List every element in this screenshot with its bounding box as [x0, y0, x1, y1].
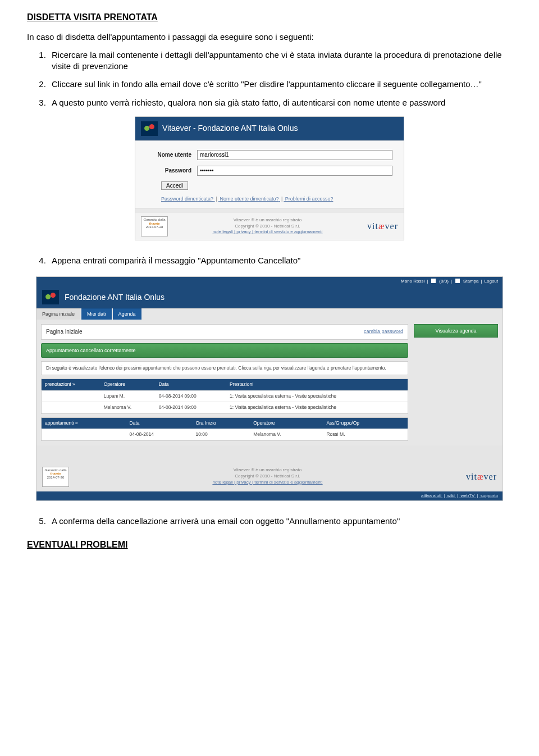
login-submit-button[interactable]: Accedi	[161, 181, 188, 190]
th-operatore2: Operatore	[250, 417, 323, 429]
description-text: Di seguito è visualizzato l'elenco dei p…	[41, 361, 408, 375]
username-input[interactable]	[197, 150, 392, 160]
legal-links[interactable]: note legali | privacy | termini di servi…	[69, 480, 466, 486]
webtv-link[interactable]: webTV	[460, 493, 474, 498]
table-row[interactable]: Melanoma V. 04-08-2014 09:00 1: Visita s…	[42, 402, 408, 413]
table-row[interactable]: Lupani M. 04-08-2014 09:00 1: Visita spe…	[42, 390, 408, 402]
tab-home[interactable]: Pagina iniziale	[36, 308, 80, 320]
login-header-title: Vitaever - Fondazione ANT Italia Onlus	[162, 123, 298, 134]
login-form: Nome utente Password Accedi Password dim…	[135, 140, 404, 208]
intro-paragraph: In caso di disdetta dell'appuntamento i …	[27, 31, 512, 43]
section-title-disdetta: DISDETTA VISITA PRENOTATA	[27, 11, 512, 24]
visualizza-agenda-button[interactable]: Visualizza agenda	[414, 324, 498, 338]
tab-miei-dati[interactable]: Miei dati	[81, 308, 112, 320]
dash-footer-text: Vitaever ® è un marchio registrato Copyr…	[69, 467, 466, 485]
attiva-aiuti-link[interactable]: attiva aiuti	[421, 493, 441, 498]
steps-list-cont: Appena entrati comparirà il messaggio "A…	[27, 255, 512, 266]
login-header: Vitaever - Fondazione ANT Italia Onlus	[135, 117, 404, 140]
login-help-links: Password dimenticata? | Nome utente dime…	[147, 195, 392, 202]
ant-logo-icon	[141, 121, 158, 136]
th-data: Data	[156, 379, 226, 390]
login-screenshot: Vitaever - Fondazione ANT Italia Onlus N…	[135, 116, 404, 240]
forgot-username-link[interactable]: Nome utente dimenticato?	[220, 196, 278, 202]
th-ass: Ass/Gruppo/Op	[323, 417, 408, 429]
th-data2: Data	[126, 417, 193, 429]
steps-list-cont2: A conferma della cancellazione arriverà …	[27, 516, 512, 527]
thawte-badge-icon: Garantito dalla thawte 2014-07-28	[141, 216, 168, 236]
th-prenotazioni: prenotazioni »	[42, 379, 101, 390]
supporto-link[interactable]: supporto	[481, 493, 498, 498]
page-title: Pagina iniziale	[46, 328, 83, 336]
step-3: A questo punto verrà richiesto, qualora …	[48, 97, 512, 108]
alert-cancelled: Appuntamento cancellato correttamente	[41, 343, 408, 358]
dashboard-screenshot: Mario Rossi | (0/0) | Stampa | Logout Fo…	[36, 276, 503, 501]
dash-header-title: Fondazione ANT Italia Onlus	[65, 292, 165, 303]
th-ora: Ora Inizio	[192, 417, 250, 429]
login-footer-text: Vitaever ® è un marchio registrato Copyr…	[168, 217, 367, 235]
ant-logo-icon	[42, 290, 59, 304]
step-5: A conferma della cancellazione arriverà …	[48, 516, 512, 527]
step-1: Ricercare la mail contenente i dettagli …	[48, 49, 512, 72]
thawte-badge-icon: Garantito dalla thawte 2014-07-30	[42, 467, 69, 487]
logout-link[interactable]: Logout	[485, 279, 498, 285]
user-name: Mario Rossi	[401, 279, 424, 285]
login-footer: Garantito dalla thawte 2014-07-28 Vitaev…	[135, 213, 404, 240]
vitaever-logo-icon: vitæver	[367, 220, 398, 233]
print-link[interactable]: Stampa	[463, 279, 479, 285]
forgot-password-link[interactable]: Password dimenticata?	[161, 196, 213, 202]
top-user-bar: Mario Rossi | (0/0) | Stampa | Logout	[36, 277, 503, 286]
prenotazioni-table: prenotazioni » Operatore Data Prestazion…	[41, 379, 408, 413]
print-icon[interactable]	[455, 279, 460, 283]
steps-list: Ricercare la mail contenente i dettagli …	[27, 49, 512, 108]
bottom-help-strip: attiva aiuti | wiki | webTV | supporto	[36, 491, 503, 501]
tab-agenda[interactable]: Agenda	[113, 308, 141, 320]
th-prestazioni: Prestazioni	[226, 379, 408, 390]
mail-icon[interactable]	[431, 279, 436, 283]
nav-tabs: Pagina iniziale Miei dati Agenda	[36, 308, 503, 320]
access-problems-link[interactable]: Problemi di accesso?	[285, 196, 334, 202]
table-row[interactable]: 04-08-2014 10:00 Melanoma V. Rossi M.	[42, 429, 408, 440]
wiki-link[interactable]: wiki	[447, 493, 455, 498]
step-4: Appena entrati comparirà il messaggio "A…	[48, 255, 512, 266]
appuntamenti-table: appuntamenti » Data Ora Inizio Operatore…	[41, 417, 408, 441]
section-title-problemi: EVENTUALI PROBLEMI	[27, 539, 512, 551]
mail-count: (0/0)	[439, 279, 448, 285]
dash-footer: Garantito dalla thawte 2014-07-30 Vitaev…	[36, 462, 503, 491]
vitaever-logo-icon: vitæver	[466, 471, 497, 483]
password-input[interactable]	[197, 166, 392, 176]
dash-header: Fondazione ANT Italia Onlus	[36, 286, 503, 308]
th-operatore: Operatore	[101, 379, 156, 390]
username-label: Nome utente	[147, 151, 197, 159]
th-appuntamenti: appuntamenti »	[42, 417, 126, 429]
legal-links[interactable]: note legali | privacy | termini di servi…	[168, 229, 367, 235]
step-2: Cliccare sul link in fondo alla email do…	[48, 79, 512, 90]
password-label: Password	[147, 167, 197, 175]
page-title-bar: Pagina iniziale cambia password	[41, 324, 408, 340]
change-password-link[interactable]: cambia password	[364, 328, 403, 336]
